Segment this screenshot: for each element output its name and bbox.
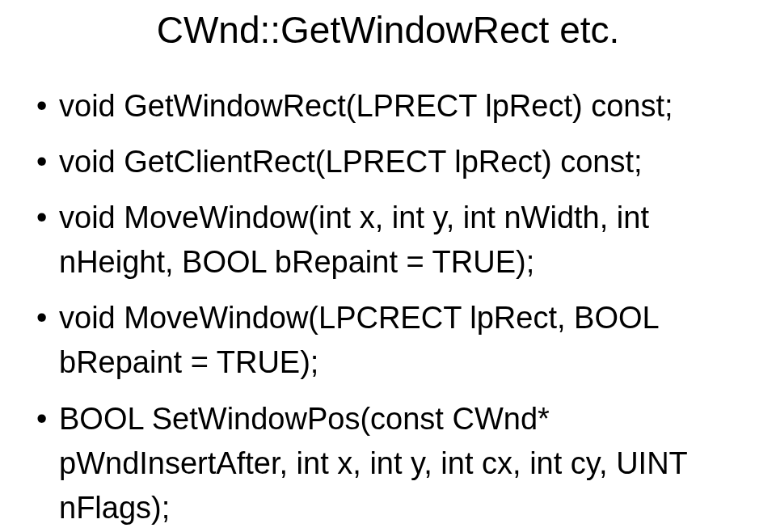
list-item: void MoveWindow(LPCRECT lpRect, BOOL bRe… bbox=[36, 296, 740, 385]
list-item: void GetWindowRect(LPRECT lpRect) const; bbox=[36, 84, 740, 129]
page-title: CWnd::GetWindowRect etc. bbox=[36, 8, 740, 52]
bullet-list: void GetWindowRect(LPRECT lpRect) const;… bbox=[36, 84, 740, 530]
list-item: BOOL SetWindowPos(const CWnd* pWndInsert… bbox=[36, 397, 740, 530]
list-item: void GetClientRect(LPRECT lpRect) const; bbox=[36, 140, 740, 184]
list-item: void MoveWindow(int x, int y, int nWidth… bbox=[36, 196, 740, 285]
